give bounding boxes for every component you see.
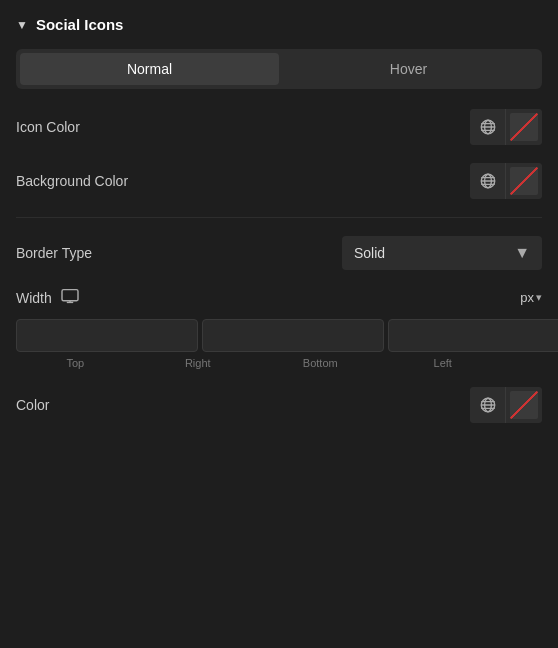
icon-color-swatch-inner xyxy=(510,113,538,141)
top-label: Top xyxy=(16,357,135,369)
svg-rect-10 xyxy=(62,290,78,301)
background-color-label: Background Color xyxy=(16,173,128,189)
background-color-control xyxy=(470,163,542,199)
border-type-label: Border Type xyxy=(16,245,92,261)
unit-chevron-icon: ▾ xyxy=(536,291,542,304)
width-header: Width px ▾ xyxy=(16,288,542,307)
bg-color-global-button[interactable] xyxy=(470,163,506,199)
color-swatch-inner xyxy=(510,391,538,419)
color-swatch[interactable] xyxy=(506,387,542,423)
width-top-input[interactable] xyxy=(16,319,198,352)
globe-icon xyxy=(479,118,497,136)
bg-color-swatch-inner xyxy=(510,167,538,195)
globe-icon xyxy=(479,396,497,414)
background-color-row: Background Color xyxy=(16,163,542,199)
border-type-row: Border Type Solid ▼ xyxy=(16,236,542,270)
section-title: Social Icons xyxy=(36,16,124,33)
social-icons-panel: ▼ Social Icons Normal Hover Icon Color xyxy=(0,0,558,457)
width-input-labels: Top Right Bottom Left xyxy=(16,357,542,369)
width-label: Width xyxy=(16,290,52,306)
icon-color-global-button[interactable] xyxy=(470,109,506,145)
chevron-down-icon: ▼ xyxy=(514,244,530,262)
icon-color-label: Icon Color xyxy=(16,119,80,135)
unit-label: px xyxy=(520,290,534,305)
width-section: Width px ▾ xyxy=(16,288,542,369)
border-type-value: Solid xyxy=(354,245,385,261)
icon-color-control xyxy=(470,109,542,145)
bottom-label: Bottom xyxy=(261,357,380,369)
icon-color-row: Icon Color xyxy=(16,109,542,145)
right-label: Right xyxy=(139,357,258,369)
bg-color-swatch[interactable] xyxy=(506,163,542,199)
icon-color-swatch[interactable] xyxy=(506,109,542,145)
tab-normal[interactable]: Normal xyxy=(20,53,279,85)
color-label: Color xyxy=(16,397,49,413)
tab-switcher: Normal Hover xyxy=(16,49,542,89)
monitor-icon[interactable] xyxy=(60,288,80,307)
color-row: Color xyxy=(16,387,542,423)
width-right-input[interactable] xyxy=(202,319,384,352)
color-global-button[interactable] xyxy=(470,387,506,423)
globe-icon xyxy=(479,172,497,190)
divider-1 xyxy=(16,217,542,218)
width-bottom-input[interactable] xyxy=(388,319,558,352)
color-control xyxy=(470,387,542,423)
width-label-group: Width xyxy=(16,288,80,307)
collapse-arrow-icon[interactable]: ▼ xyxy=(16,18,28,32)
link-placeholder xyxy=(506,357,542,369)
border-type-dropdown[interactable]: Solid ▼ xyxy=(342,236,542,270)
left-label: Left xyxy=(384,357,503,369)
width-inputs-group xyxy=(16,317,542,353)
section-header: ▼ Social Icons xyxy=(16,16,542,33)
tab-hover[interactable]: Hover xyxy=(279,53,538,85)
unit-selector[interactable]: px ▾ xyxy=(520,290,542,305)
